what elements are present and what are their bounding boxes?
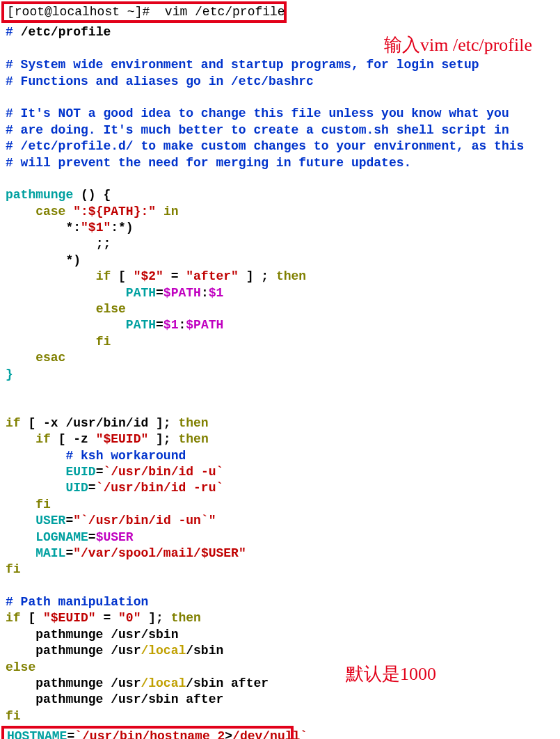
vim-buffer[interactable]: # /etc/profile # System wide environment… xyxy=(1,24,559,724)
comment-line: # /etc/profile.d/ to make custom changes… xyxy=(6,139,524,153)
hostname-highlight-box: HOSTNAME=`/usr/bin/hostname 2>/dev/null`… xyxy=(1,726,294,739)
hash-marker: # xyxy=(6,25,13,39)
comment-line: # Functions and aliases go in /etc/bashr… xyxy=(6,74,314,88)
case-keyword: case xyxy=(35,205,65,218)
command-highlight-box: [root@localhost ~]# vim /etc/profile xyxy=(1,1,287,23)
comment-line: # will prevent the need for merging in f… xyxy=(6,156,411,170)
annotation-default-1000: 默认是1000 xyxy=(346,662,436,686)
comment-line: # are doing. It's much better to create … xyxy=(6,123,509,137)
if-keyword: if xyxy=(96,269,111,283)
comment-line: # System wide environment and startup pr… xyxy=(6,58,479,72)
annotation-input-command: 输入vim /etc/profile xyxy=(384,33,532,57)
func-name: pathmunge xyxy=(6,188,73,202)
fi-keyword: fi xyxy=(96,335,111,349)
hostname-lines[interactable]: HOSTNAME=`/usr/bin/hostname 2>/dev/null`… xyxy=(7,729,288,739)
file-path: /etc/profile xyxy=(21,25,111,39)
shell-prompt-line[interactable]: [root@localhost ~]# vim /etc/profile xyxy=(7,4,281,20)
terminal-screenshot: [root@localhost ~]# vim /etc/profile 输入v… xyxy=(0,0,560,739)
comment-line: # It's NOT a good idea to change this fi… xyxy=(6,106,509,120)
esac-keyword: esac xyxy=(35,351,65,365)
else-keyword: else xyxy=(96,302,126,316)
